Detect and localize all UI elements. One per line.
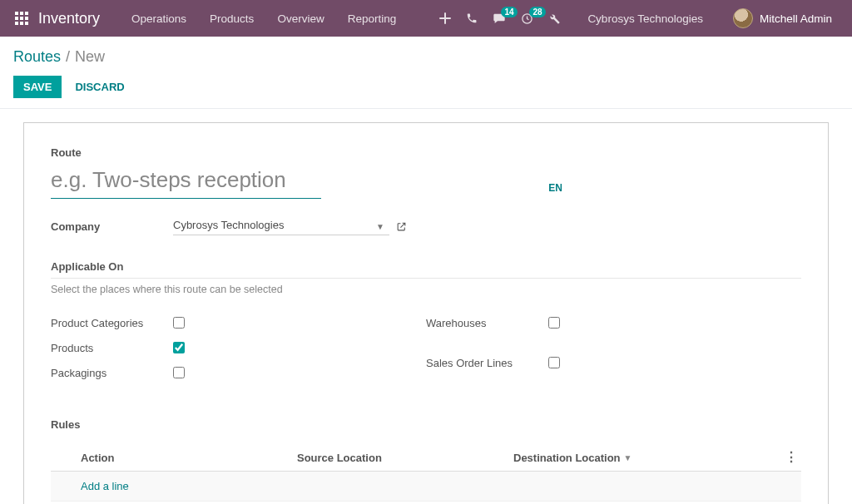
applicable-grid: Product Categories Products Packagings W…	[51, 310, 801, 385]
rules-table-header: Action Source Location Destination Locat…	[51, 444, 801, 472]
discard-button[interactable]: DISCARD	[75, 81, 124, 93]
sales-order-lines-label: Sales Order Lines	[426, 357, 548, 369]
company-label: Company	[51, 220, 173, 233]
lang-button[interactable]: EN	[548, 182, 562, 194]
avatar	[733, 8, 753, 28]
company-switcher[interactable]: Cybrosys Technologies	[576, 12, 715, 25]
menu-products[interactable]: Products	[198, 0, 265, 37]
rules-title: Rules	[51, 418, 801, 436]
external-link-icon[interactable]	[396, 221, 407, 232]
messaging-badge: 14	[501, 7, 517, 17]
add-line-link[interactable]: Add a line	[81, 480, 129, 492]
messaging-icon[interactable]: 14	[493, 12, 506, 24]
route-label: Route	[51, 146, 801, 159]
apps-icon	[15, 12, 28, 25]
app-title: Inventory	[38, 10, 100, 27]
app-switcher[interactable]: Inventory	[7, 0, 108, 37]
product-categories-label: Product Categories	[51, 317, 173, 329]
applicable-on-hint: Select the places where this route can b…	[51, 284, 801, 295]
warehouses-label: Warehouses	[426, 317, 548, 329]
breadcrumb-current: New	[75, 48, 105, 66]
plus-icon[interactable]	[439, 12, 451, 24]
products-label: Products	[51, 342, 173, 354]
form-scroll[interactable]: Route EN Company ▼ Applicable On Select …	[0, 109, 852, 504]
warehouses-checkbox[interactable]	[548, 317, 560, 329]
product-categories-checkbox[interactable]	[173, 317, 185, 329]
activity-badge: 28	[529, 7, 545, 17]
col-source-location[interactable]: Source Location	[297, 452, 513, 464]
col-action[interactable]: Action	[81, 452, 297, 464]
company-input[interactable]	[173, 217, 389, 235]
tools-icon[interactable]	[548, 12, 561, 25]
user-menu[interactable]: Mitchell Admin	[730, 8, 840, 28]
menu-operations[interactable]: Operations	[120, 0, 198, 37]
col-destination-location-label: Destination Location	[513, 452, 621, 464]
form-sheet: Route EN Company ▼ Applicable On Select …	[23, 122, 829, 504]
col-destination-location[interactable]: Destination Location ▼	[513, 452, 781, 464]
sales-order-lines-checkbox[interactable]	[548, 357, 560, 368]
phone-icon[interactable]	[466, 12, 478, 24]
column-options-icon[interactable]: ⋮	[785, 451, 798, 464]
packagings-checkbox[interactable]	[173, 367, 185, 378]
rules-empty-row: Add a line	[51, 472, 801, 502]
breadcrumb-root[interactable]: Routes	[13, 48, 61, 66]
save-button[interactable]: SAVE	[13, 76, 62, 98]
systray: 14 28 Cybrosys Technologies Mitchell Adm…	[439, 0, 845, 37]
products-checkbox[interactable]	[173, 342, 185, 353]
activity-icon[interactable]: 28	[521, 12, 533, 25]
main-menu: Operations Products Overview Reporting	[120, 0, 408, 37]
control-panel: Routes / New SAVE DISCARD	[0, 37, 852, 109]
menu-reporting[interactable]: Reporting	[336, 0, 409, 37]
sort-caret-icon: ▼	[624, 453, 632, 462]
breadcrumb: Routes / New	[13, 48, 839, 66]
route-name-input[interactable]	[51, 166, 321, 199]
packagings-label: Packagings	[51, 367, 173, 379]
menu-overview[interactable]: Overview	[265, 0, 335, 37]
navbar: Inventory Operations Products Overview R…	[0, 0, 852, 37]
breadcrumb-sep: /	[66, 48, 70, 66]
applicable-on-title: Applicable On	[51, 260, 801, 279]
user-name: Mitchell Admin	[760, 12, 832, 25]
